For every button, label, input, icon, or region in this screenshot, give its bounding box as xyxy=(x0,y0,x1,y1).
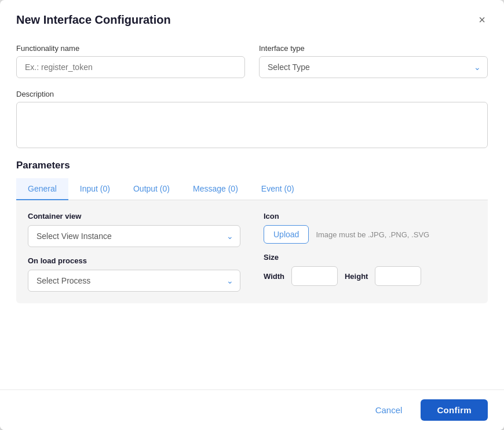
width-label: Width xyxy=(264,272,284,281)
on-load-process-select-wrapper: Select Process ⌄ xyxy=(28,270,240,292)
container-view-select[interactable]: Select View Instance xyxy=(28,225,240,247)
tab-general[interactable]: General xyxy=(16,178,68,200)
on-load-process-label: On load process xyxy=(28,256,240,265)
size-row: Width Height xyxy=(264,266,476,286)
cancel-button[interactable]: Cancel xyxy=(366,399,412,421)
close-button[interactable]: × xyxy=(476,12,488,28)
confirm-button[interactable]: Confirm xyxy=(421,399,488,421)
tab-event[interactable]: Event (0) xyxy=(250,178,306,200)
interface-type-group: Interface type Select Type ⌄ xyxy=(259,44,488,78)
container-view-group: Container view Select View Instance ⌄ xyxy=(28,212,240,247)
icon-label: Icon xyxy=(264,212,476,220)
dialog-footer: Cancel Confirm xyxy=(0,389,504,430)
dialog: New Interface Configuration × Functional… xyxy=(0,0,504,430)
params-grid: Container view Select View Instance ⌄ xyxy=(28,212,476,292)
dialog-body: Functionality name Interface type Select… xyxy=(0,37,504,389)
tab-output[interactable]: Output (0) xyxy=(122,178,181,200)
upload-button[interactable]: Upload xyxy=(264,225,309,244)
interface-type-select-wrapper: Select Type ⌄ xyxy=(259,56,488,78)
dialog-title: New Interface Configuration xyxy=(16,13,171,27)
interface-type-select[interactable]: Select Type xyxy=(259,56,488,78)
size-label: Size xyxy=(264,253,476,262)
upload-hint: Image must be .JPG, .PNG, .SVG xyxy=(316,230,429,239)
interface-type-label: Interface type xyxy=(259,44,488,53)
icon-row: Upload Image must be .JPG, .PNG, .SVG xyxy=(264,225,476,244)
height-label: Height xyxy=(345,272,368,281)
functionality-name-group: Functionality name xyxy=(16,44,245,78)
container-view-label: Container view xyxy=(28,212,240,220)
icon-group: Icon Upload Image must be .JPG, .PNG, .S… xyxy=(264,212,476,244)
parameters-section-title: Parameters xyxy=(16,160,488,171)
tab-message[interactable]: Message (0) xyxy=(181,178,250,200)
params-col-left: Container view Select View Instance ⌄ xyxy=(28,212,240,292)
on-load-process-select[interactable]: Select Process xyxy=(28,270,240,292)
description-textarea[interactable] xyxy=(16,102,488,148)
width-input[interactable] xyxy=(291,266,338,286)
params-col-right: Icon Upload Image must be .JPG, .PNG, .S… xyxy=(264,212,476,292)
tabs-row: General Input (0) Output (0) Message (0)… xyxy=(16,178,488,200)
dialog-header: New Interface Configuration × xyxy=(0,0,504,37)
height-input[interactable] xyxy=(375,266,421,286)
tab-input[interactable]: Input (0) xyxy=(68,178,122,200)
description-group: Description xyxy=(16,90,488,148)
size-group: Size Width Height xyxy=(264,253,476,286)
functionality-name-input[interactable] xyxy=(16,56,245,78)
on-load-process-group: On load process Select Process ⌄ xyxy=(28,256,240,292)
params-panel: Container view Select View Instance ⌄ xyxy=(16,200,488,303)
form-row-1: Functionality name Interface type Select… xyxy=(16,44,488,78)
parameters-section: Parameters General Input (0) Output (0) … xyxy=(16,160,488,303)
description-label: Description xyxy=(16,90,488,98)
functionality-name-label: Functionality name xyxy=(16,44,245,53)
container-view-select-wrapper: Select View Instance ⌄ xyxy=(28,225,240,247)
